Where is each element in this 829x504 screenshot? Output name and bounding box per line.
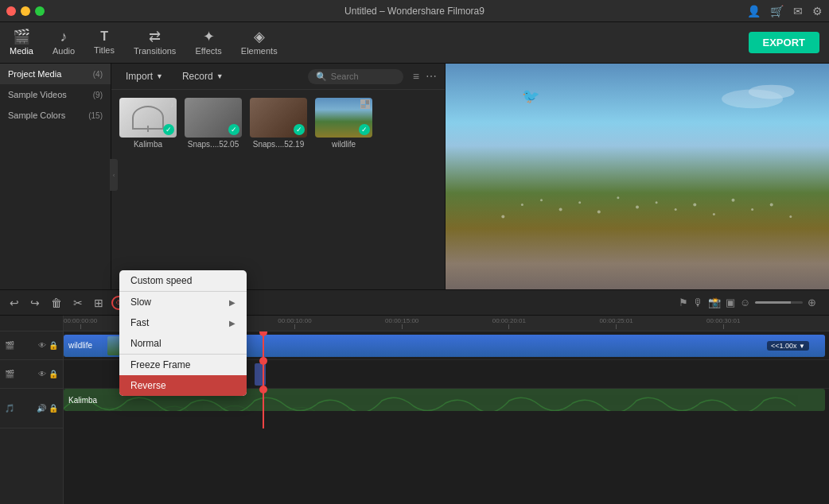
sidebar-item-sample-videos[interactable]: Sample Videos (9) xyxy=(0,84,111,105)
svg-point-4 xyxy=(559,208,562,211)
redo-button[interactable]: ↪ xyxy=(27,295,43,311)
import-button[interactable]: Import ▼ xyxy=(119,68,169,84)
timeline-track-labels: 🎬 👁 🔒 🎬 👁 🔒 🎵 🔊 🔒 xyxy=(0,316,64,504)
volume-slider[interactable] xyxy=(755,301,803,304)
kalimba-label: Kalimba xyxy=(134,140,162,149)
track2-lock-icon[interactable]: 🔒 xyxy=(49,370,58,378)
clip-label: wildlife xyxy=(68,341,92,350)
playhead-2 xyxy=(263,360,264,388)
ctx-normal[interactable]: Normal xyxy=(119,333,247,354)
import-label: Import xyxy=(126,71,153,82)
ruler-mark-6: 00:00:30:01 xyxy=(706,317,740,329)
sample-videos-count: (9) xyxy=(93,91,103,99)
settings-icon[interactable]: ⚙ xyxy=(812,5,823,17)
tab-audio[interactable]: ♪ Audio xyxy=(53,29,75,56)
zoom-in-icon[interactable]: ⊕ xyxy=(808,297,816,308)
snaps2-label: Snaps....52.19 xyxy=(253,140,305,149)
tab-effects-label: Effects xyxy=(195,46,221,56)
svg-point-3 xyxy=(540,199,543,201)
svg-point-11 xyxy=(675,208,677,211)
audio-clip-label: Kalimba xyxy=(68,396,97,405)
ctx-custom-speed[interactable]: Custom speed xyxy=(119,270,247,291)
audio-lock-icon[interactable]: 🔒 xyxy=(49,404,58,413)
tab-effects[interactable]: ✦ Effects xyxy=(195,29,221,56)
track-label-video2: 🎬 👁 🔒 xyxy=(0,360,63,389)
pip-icon[interactable]: ▣ xyxy=(726,297,735,308)
tab-media[interactable]: 🎬 Media xyxy=(10,29,33,56)
project-media-count: (4) xyxy=(93,70,103,79)
sample-colors-label: Sample Colors xyxy=(8,110,65,120)
panel-collapse-handle[interactable]: ‹ xyxy=(110,159,118,191)
account-icon[interactable]: 👤 xyxy=(747,5,761,17)
sidebar-item-sample-colors[interactable]: Sample Colors (15) xyxy=(0,105,111,126)
svg-point-14 xyxy=(732,199,735,202)
playhead[interactable] xyxy=(263,331,264,359)
preview-video: 🐦 xyxy=(446,64,829,299)
track-eye-icon[interactable]: 👁 xyxy=(38,341,46,350)
list-item[interactable]: ✓ wildlife xyxy=(315,98,372,149)
record-label: Record xyxy=(182,71,213,82)
ruler-mark-2: 00:00:10:00 xyxy=(278,317,311,329)
wildlife-label: wildlife xyxy=(332,140,356,149)
ruler-mark-0: 00:00:00:00 xyxy=(64,317,97,329)
sample-colors-count: (15) xyxy=(88,111,103,120)
search-icon: 🔍 xyxy=(316,72,327,82)
titlebar: Untitled – Wondershare Filmora9 👤 🛒 ✉ ⚙ xyxy=(0,0,829,22)
ctx-slow[interactable]: Slow ▶ xyxy=(119,292,247,312)
tab-media-label: Media xyxy=(10,46,33,56)
svg-point-12 xyxy=(693,204,696,207)
ctx-slow-arrow: ▶ xyxy=(229,298,235,307)
window-title: Untitled – Wondershare Filmora9 xyxy=(344,6,485,17)
audio-track-icon: 🎵 xyxy=(5,404,14,413)
ctx-fast[interactable]: Fast ▶ xyxy=(119,312,247,333)
close-button[interactable] xyxy=(6,6,16,16)
emoji-icon[interactable]: ☺ xyxy=(740,297,750,308)
filter-icon[interactable]: ≡ xyxy=(413,70,419,83)
marker-icon[interactable]: ⚑ xyxy=(679,297,688,308)
check-badge: ✓ xyxy=(163,124,174,135)
ctx-reverse-label: Reverse xyxy=(130,380,166,391)
grid-icon[interactable]: ⋯ xyxy=(426,70,437,83)
snaps2-thumbnail: ✓ xyxy=(250,98,307,138)
crop-button[interactable]: ⊞ xyxy=(91,295,107,311)
list-item[interactable]: ✓ Snaps....52.05 xyxy=(185,98,242,149)
maximize-button[interactable] xyxy=(35,6,45,16)
cut-button[interactable]: ✂ xyxy=(70,295,86,311)
record-button[interactable]: Record ▼ xyxy=(176,68,230,84)
undo-button[interactable]: ↩ xyxy=(6,295,22,311)
speed-context-menu: Custom speed Slow ▶ Fast ▶ Normal Freeze… xyxy=(119,270,247,396)
ruler-mark-4: 00:00:20:01 xyxy=(492,317,526,329)
sidebar-item-project-media[interactable]: Project Media (4) xyxy=(0,64,111,84)
titles-icon: T xyxy=(100,30,108,43)
voice-icon[interactable]: 🎙 xyxy=(693,297,703,308)
track2-eye-icon[interactable]: 👁 xyxy=(38,370,46,378)
svg-point-13 xyxy=(713,213,715,215)
snaps1-label: Snaps....52.05 xyxy=(188,140,239,149)
svg-point-15 xyxy=(751,208,753,211)
track-lock-icon[interactable]: 🔒 xyxy=(49,341,58,350)
titlebar-actions: 👤 🛒 ✉ ⚙ xyxy=(747,5,823,17)
tab-elements[interactable]: ◈ Elements xyxy=(241,29,278,56)
track-actions: 👁 🔒 xyxy=(38,341,58,350)
tab-titles-label: Titles xyxy=(94,45,115,55)
delete-button[interactable]: 🗑 xyxy=(48,295,65,311)
ctx-freeze-frame[interactable]: Freeze Frame xyxy=(119,355,247,375)
search-input[interactable] xyxy=(331,72,387,81)
svg-point-7 xyxy=(617,196,619,199)
ctx-fast-arrow: ▶ xyxy=(229,319,235,328)
timeline-right-icons: ⚑ 🎙 📸 ▣ ☺ ⊕ xyxy=(679,297,823,308)
tab-transitions[interactable]: ⇄ Transitions xyxy=(134,29,176,56)
svg-point-9 xyxy=(656,201,658,204)
minimize-button[interactable] xyxy=(21,6,30,16)
notification-icon[interactable]: ✉ xyxy=(793,5,803,17)
tab-titles[interactable]: T Titles xyxy=(94,30,115,55)
export-button[interactable]: EXPORT xyxy=(749,32,819,53)
audio-mute-icon[interactable]: 🔊 xyxy=(37,404,46,413)
ctx-custom-speed-label: Custom speed xyxy=(130,275,192,286)
list-item[interactable]: ♪ ✓ Kalimba xyxy=(119,98,177,149)
cart-icon[interactable]: 🛒 xyxy=(770,5,784,17)
check-badge: ✓ xyxy=(359,124,370,135)
snapshot-icon[interactable]: 📸 xyxy=(708,297,721,308)
list-item[interactable]: ✓ Snaps....52.19 xyxy=(250,98,307,149)
ctx-reverse[interactable]: Reverse xyxy=(119,375,247,396)
